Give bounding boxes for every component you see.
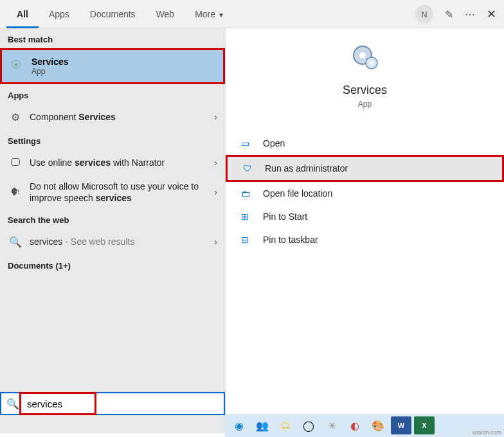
more-options-icon[interactable]: ⋯	[465, 8, 475, 21]
taskbar-edge-icon[interactable]: ◉	[229, 416, 249, 434]
detail-actions: ▭ Open 🛡 Run as administrator 🗀 Open fil…	[226, 132, 504, 251]
taskbar-excel-icon[interactable]: X	[414, 416, 435, 434]
gear-icon	[10, 58, 25, 74]
settings-result-speech[interactable]: 🗣 Do not allow Microsoft to use your voi…	[0, 175, 225, 209]
speech-icon: 🗣	[8, 184, 23, 200]
taskbar-paint-icon[interactable]: 🎨	[368, 416, 388, 434]
watermark: wsxdn.com	[473, 429, 501, 436]
shield-icon: 🛡	[243, 163, 256, 174]
detail-sub: App	[226, 100, 504, 109]
tab-all[interactable]: All	[6, 0, 39, 28]
results-pane: Best match Services App Apps ⚙ Component…	[0, 28, 225, 433]
chevron-right-icon: ›	[214, 236, 217, 247]
taskbar-explorer-icon[interactable]: 🗂	[275, 416, 296, 434]
section-settings: Settings	[0, 130, 225, 150]
result-label: Use online services with Narrator	[30, 157, 214, 168]
taskbar-chrome-icon[interactable]: ◯	[298, 416, 319, 434]
svg-point-2	[359, 52, 366, 58]
chevron-down-icon: ▼	[218, 12, 224, 19]
tab-more[interactable]: More▼	[184, 0, 235, 28]
apps-result-component-services[interactable]: ⚙ Component Services ›	[0, 104, 225, 130]
action-run-as-admin[interactable]: 🛡 Run as administrator	[226, 155, 504, 182]
action-label: Run as administrator	[265, 163, 348, 174]
result-label: Component Services	[30, 112, 214, 122]
feedback-icon[interactable]: ✎	[445, 8, 453, 21]
action-label: Open	[263, 138, 285, 148]
best-match-result[interactable]: Services App	[0, 48, 225, 84]
chevron-right-icon: ›	[214, 112, 217, 122]
chevron-right-icon: ›	[214, 157, 217, 168]
action-pin-start[interactable]: ⊞ Pin to Start	[226, 205, 504, 228]
web-result-services[interactable]: 🔍 services - See web results ›	[0, 229, 225, 254]
svg-point-4	[370, 61, 374, 65]
detail-title: Services	[226, 84, 504, 97]
result-label: services - See web results	[30, 236, 214, 247]
action-open[interactable]: ▭ Open	[226, 132, 504, 155]
pin-icon: ⊟	[241, 235, 254, 245]
tab-documents[interactable]: Documents	[80, 0, 146, 28]
taskbar-word-icon[interactable]: W	[391, 416, 411, 434]
result-label: Do not allow Microsoft to use your voice…	[30, 181, 214, 204]
section-documents: Documents (1+)	[0, 254, 225, 274]
narrator-icon: 🖵	[8, 155, 23, 170]
tab-apps[interactable]: Apps	[39, 0, 80, 28]
tab-web[interactable]: Web	[146, 0, 185, 28]
svg-point-0	[15, 64, 18, 67]
gear-large-icon	[350, 42, 381, 73]
taskbar-app-icon[interactable]: ◐	[345, 416, 365, 434]
search-input[interactable]	[24, 396, 224, 412]
action-label: Open file location	[263, 188, 332, 199]
close-icon[interactable]: ✕	[487, 7, 496, 21]
taskbar: ◉ 👥 🗂 ◯ ✳ ◐ 🎨 W X	[225, 414, 504, 437]
detail-pane: Services App ▭ Open 🛡 Run as administrat…	[225, 28, 504, 433]
search-tabs: All Apps Documents Web More▼ N ✎ ⋯ ✕	[0, 0, 504, 28]
section-apps: Apps	[0, 84, 225, 104]
search-icon: 🔍	[1, 398, 24, 410]
search-icon: 🔍	[8, 234, 23, 249]
section-best-match: Best match	[0, 28, 225, 48]
best-match-sub: App	[32, 67, 69, 76]
section-search-web: Search the web	[0, 209, 225, 229]
taskbar-slack-icon[interactable]: ✳	[321, 416, 342, 434]
best-match-title: Services	[32, 57, 69, 67]
action-pin-taskbar[interactable]: ⊟ Pin to taskbar	[226, 228, 504, 251]
action-open-location[interactable]: 🗀 Open file location	[226, 182, 504, 205]
action-label: Pin to taskbar	[263, 235, 318, 245]
folder-icon: 🗀	[241, 188, 254, 199]
search-bar[interactable]: 🔍	[0, 392, 225, 415]
pin-icon: ⊞	[241, 211, 254, 222]
taskbar-teams-icon[interactable]: 👥	[252, 416, 273, 434]
action-label: Pin to Start	[263, 211, 307, 222]
user-avatar[interactable]: N	[415, 5, 433, 23]
component-icon: ⚙	[8, 109, 23, 125]
chevron-right-icon: ›	[214, 187, 217, 197]
settings-result-narrator[interactable]: 🖵 Use online services with Narrator ›	[0, 150, 225, 175]
open-icon: ▭	[241, 138, 254, 148]
